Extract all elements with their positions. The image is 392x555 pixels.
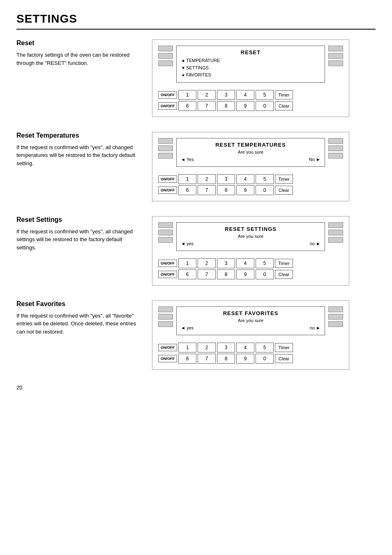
left-btn-f3[interactable] <box>158 321 173 327</box>
right-btn-s2[interactable] <box>328 230 343 235</box>
key-7-reset[interactable]: 7 <box>198 101 216 111</box>
no-button-settings[interactable]: no ► <box>310 241 321 246</box>
key-1-favorites[interactable]: 1 <box>178 343 196 352</box>
key-6-reset[interactable]: 6 <box>178 101 196 111</box>
key-0-reset[interactable]: 0 <box>256 101 274 111</box>
right-btn-f1[interactable] <box>328 306 343 312</box>
key-9-temps[interactable]: 9 <box>236 185 254 195</box>
key-4-settings[interactable]: 4 <box>236 258 254 268</box>
left-btn-1[interactable] <box>158 46 173 51</box>
right-btn-f2[interactable] <box>328 314 343 320</box>
display-area-reset: RESET ◄ TEMPERATURE ◄ SETTINGS ◄ FAVORIT… <box>158 46 343 83</box>
keypad-row2-reset: ON/OFF 6 7 8 9 0 Clear <box>158 101 343 111</box>
key-4-reset[interactable]: 4 <box>236 90 254 100</box>
key-8-reset[interactable]: 8 <box>217 101 235 111</box>
right-btn-t2[interactable] <box>328 145 343 151</box>
key-9-reset[interactable]: 9 <box>236 101 254 111</box>
key-3-favorites[interactable]: 3 <box>217 343 235 352</box>
key-0-settings[interactable]: 0 <box>256 269 274 279</box>
on-off-key-1-settings[interactable]: ON/OFF <box>158 260 177 267</box>
right-btn-t3[interactable] <box>328 153 343 159</box>
key-7-settings[interactable]: 7 <box>198 269 216 279</box>
right-btn-f3[interactable] <box>328 321 343 327</box>
key-8-favorites[interactable]: 8 <box>217 354 235 364</box>
menu-temperature[interactable]: ◄ TEMPERATURE <box>181 57 321 64</box>
right-btn-t1[interactable] <box>328 138 343 144</box>
on-off-key-2-temps[interactable]: ON/OFF <box>158 187 177 194</box>
on-off-key-1-reset[interactable]: ON/OFF <box>158 91 177 99</box>
key-3-reset[interactable]: 3 <box>217 90 235 100</box>
right-btn-2[interactable] <box>328 53 343 59</box>
key-1-settings[interactable]: 1 <box>178 258 196 268</box>
arrow-settings: ◄ <box>181 64 185 71</box>
on-off-key-2-favorites[interactable]: ON/OFF <box>158 355 177 362</box>
key-4-temps[interactable]: 4 <box>236 174 254 184</box>
on-off-key-1-favorites[interactable]: ON/OFF <box>158 344 177 351</box>
key-5-settings[interactable]: 5 <box>256 258 274 268</box>
left-btn-s3[interactable] <box>158 237 173 243</box>
right-btn-3[interactable] <box>328 60 343 66</box>
timer-button-temps[interactable]: Timer <box>275 175 293 184</box>
right-btn-s3[interactable] <box>328 237 343 243</box>
right-buttons-reset-temps <box>328 138 343 159</box>
left-btn-s1[interactable] <box>158 222 173 228</box>
clear-button-settings[interactable]: Clear <box>275 270 293 279</box>
no-button-favorites[interactable]: no ► <box>310 325 321 330</box>
key-5-temps[interactable]: 5 <box>256 174 274 184</box>
yes-button-settings[interactable]: ◄ yes <box>181 241 194 246</box>
screen-reset-title: RESET <box>181 49 321 55</box>
key-1-reset[interactable]: 1 <box>178 90 196 100</box>
key-3-temps[interactable]: 3 <box>217 174 235 184</box>
timer-button-favorites[interactable]: Timer <box>275 343 293 352</box>
key-7-favorites[interactable]: 7 <box>198 354 216 364</box>
key-3-settings[interactable]: 3 <box>217 258 235 268</box>
key-2-temps[interactable]: 2 <box>198 174 216 184</box>
screen-reset-temps-subtitle: Are you sure <box>181 150 321 154</box>
key-8-temps[interactable]: 8 <box>217 185 235 195</box>
key-9-settings[interactable]: 9 <box>236 269 254 279</box>
key-8-settings[interactable]: 8 <box>217 269 235 279</box>
key-5-reset[interactable]: 5 <box>256 90 274 100</box>
clear-button-temps[interactable]: Clear <box>275 186 293 195</box>
right-btn-s1[interactable] <box>328 222 343 228</box>
key-6-settings[interactable]: 6 <box>178 269 196 279</box>
key-0-temps[interactable]: 0 <box>256 185 274 195</box>
key-4-favorites[interactable]: 4 <box>236 343 254 352</box>
left-btn-3[interactable] <box>158 60 173 66</box>
on-off-key-1-temps[interactable]: ON/OFF <box>158 175 177 183</box>
timer-button-reset[interactable]: Timer <box>275 90 293 99</box>
left-btn-2[interactable] <box>158 53 173 59</box>
menu-favorites[interactable]: ◄ FAVORITES <box>181 71 321 79</box>
yes-button-favorites[interactable]: ◄ yes <box>181 325 194 330</box>
key-1-temps[interactable]: 1 <box>178 174 196 184</box>
key-7-temps[interactable]: 7 <box>198 185 216 195</box>
keypad-row1-temps: ON/OFF 1 2 3 4 5 Timer <box>158 174 343 184</box>
on-off-key-2-settings[interactable]: ON/OFF <box>158 271 177 278</box>
key-0-favorites[interactable]: 0 <box>256 354 274 364</box>
keypad-reset-settings: ON/OFF 1 2 3 4 5 Timer ON/OFF 6 7 8 9 0 … <box>158 258 343 279</box>
right-btn-1[interactable] <box>328 46 343 51</box>
key-2-settings[interactable]: 2 <box>198 258 216 268</box>
clear-button-favorites[interactable]: Clear <box>275 354 293 363</box>
left-btn-f2[interactable] <box>158 314 173 320</box>
left-btn-t3[interactable] <box>158 153 173 159</box>
keypad-row2-temps: ON/OFF 6 7 8 9 0 Clear <box>158 185 343 195</box>
key-5-favorites[interactable]: 5 <box>256 343 274 352</box>
key-2-favorites[interactable]: 2 <box>198 343 216 352</box>
left-btn-s2[interactable] <box>158 230 173 235</box>
on-off-key-2-reset[interactable]: ON/OFF <box>158 102 177 110</box>
key-6-favorites[interactable]: 6 <box>178 354 196 364</box>
arrow-temperature: ◄ <box>181 58 185 64</box>
key-2-reset[interactable]: 2 <box>198 90 216 100</box>
menu-settings[interactable]: ◄ SETTINGS <box>181 64 321 72</box>
timer-button-settings[interactable]: Timer <box>275 259 293 268</box>
yes-button-temps[interactable]: ◄ Yes <box>181 157 194 162</box>
left-btn-t2[interactable] <box>158 145 173 151</box>
key-9-favorites[interactable]: 9 <box>236 354 254 364</box>
left-btn-t1[interactable] <box>158 138 173 144</box>
left-btn-f1[interactable] <box>158 306 173 312</box>
no-button-temps[interactable]: No ► <box>309 157 321 162</box>
clear-button-reset[interactable]: Clear <box>275 101 293 111</box>
key-6-temps[interactable]: 6 <box>178 185 196 195</box>
screen-reset-settings-title: RESET SETTINGS <box>181 226 321 232</box>
